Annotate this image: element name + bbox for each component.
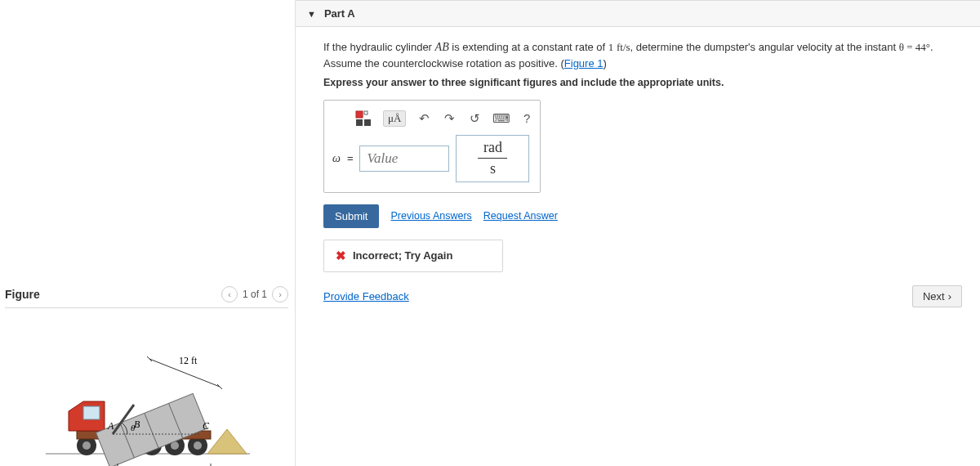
request-answer-link[interactable]: Request Answer bbox=[483, 210, 558, 222]
fraction-line bbox=[478, 158, 507, 159]
unit-box[interactable]: rad s bbox=[456, 135, 529, 182]
svg-line-18 bbox=[147, 356, 152, 361]
figure-prev-button[interactable]: ‹ bbox=[221, 286, 238, 302]
equals-label: = bbox=[347, 152, 354, 164]
svg-rect-26 bbox=[364, 119, 371, 126]
feedback-text: Incorrect; Try Again bbox=[353, 249, 452, 262]
answer-panel: μÅ ↶ ↷ ↺ ⌨ ? ω = rad s bbox=[323, 100, 541, 193]
undo-icon[interactable]: ↶ bbox=[416, 110, 431, 127]
svg-point-8 bbox=[194, 441, 202, 450]
figure-title: Figure bbox=[5, 288, 40, 301]
part-header[interactable]: ▼ Part A bbox=[296, 0, 980, 27]
svg-rect-10 bbox=[83, 406, 100, 419]
answer-instructions: Express your answer to three significant… bbox=[323, 77, 965, 88]
keyboard-icon[interactable]: ⌨ bbox=[493, 110, 510, 127]
value-input[interactable] bbox=[359, 146, 449, 172]
error-x-icon: ✖ bbox=[336, 249, 346, 263]
chevron-right-icon: › bbox=[948, 290, 951, 302]
svg-rect-25 bbox=[356, 119, 363, 126]
figure-image: 12 ft 15 ft A B C θ bbox=[5, 323, 288, 466]
symbols-button[interactable]: μÅ bbox=[383, 110, 406, 127]
collapse-caret-icon: ▼ bbox=[307, 9, 316, 19]
figure-label-c: C bbox=[203, 420, 210, 432]
figure-dim-top: 12 ft bbox=[179, 355, 198, 366]
variable-label: ω bbox=[332, 152, 341, 165]
figure-pager-text: 1 of 1 bbox=[243, 289, 267, 300]
feedback-message: ✖ Incorrect; Try Again bbox=[323, 240, 503, 272]
unit-numerator: rad bbox=[483, 139, 502, 156]
figure-next-button[interactable]: › bbox=[272, 286, 288, 302]
question-prompt: If the hydraulic cylinder AB is extendin… bbox=[323, 38, 965, 72]
next-label: Next bbox=[923, 290, 945, 302]
svg-rect-24 bbox=[364, 111, 368, 114]
figure-label-a: A bbox=[107, 420, 114, 432]
svg-rect-23 bbox=[356, 111, 363, 118]
previous-answers-link[interactable]: Previous Answers bbox=[390, 210, 471, 222]
figure-1-link[interactable]: Figure 1 bbox=[564, 57, 604, 69]
template-icon[interactable] bbox=[355, 110, 373, 127]
svg-line-19 bbox=[217, 384, 222, 389]
unit-denominator: s bbox=[490, 160, 496, 177]
provide-feedback-link[interactable]: Provide Feedback bbox=[323, 290, 409, 302]
help-icon[interactable]: ? bbox=[519, 110, 535, 127]
part-title: Part A bbox=[324, 7, 355, 20]
svg-point-2 bbox=[82, 441, 91, 450]
reset-icon[interactable]: ↺ bbox=[467, 110, 483, 127]
next-button[interactable]: Next › bbox=[912, 285, 962, 307]
figure-theta: θ bbox=[131, 423, 136, 432]
redo-icon[interactable]: ↷ bbox=[442, 110, 457, 127]
submit-button[interactable]: Submit bbox=[323, 204, 379, 228]
figure-pager: ‹ 1 of 1 › bbox=[221, 286, 288, 302]
